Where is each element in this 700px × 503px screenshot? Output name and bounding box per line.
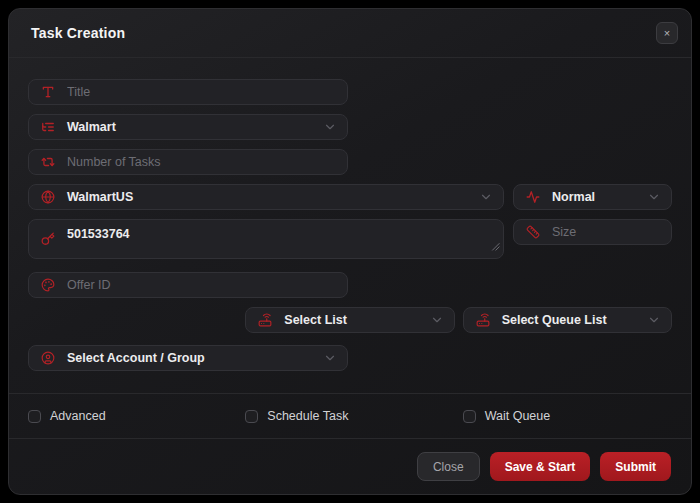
repeat-icon — [41, 155, 55, 169]
account-group-value: Select Account / Group — [67, 351, 205, 365]
spacer — [28, 307, 237, 333]
schedule-task-checkbox[interactable] — [245, 410, 258, 423]
category-select[interactable]: Walmart — [28, 114, 348, 140]
router-icon — [258, 313, 272, 327]
account-group-select[interactable]: Select Account / Group — [28, 345, 348, 371]
globe-icon — [41, 190, 55, 204]
type-icon — [41, 85, 55, 99]
options-row: Advanced Schedule Task Wait Queue — [9, 394, 691, 439]
site-select[interactable]: WalmartUS — [28, 184, 504, 210]
number-of-tasks-field[interactable] — [28, 149, 348, 175]
close-button[interactable]: × — [656, 22, 678, 44]
save-and-start-button[interactable]: Save & Start — [490, 452, 591, 481]
mode-select[interactable]: Normal — [513, 184, 672, 210]
chevron-down-icon — [323, 351, 337, 365]
chevron-down-icon — [647, 313, 661, 327]
advanced-checkbox[interactable] — [28, 410, 41, 423]
router-icon — [476, 313, 490, 327]
ruler-icon — [526, 225, 540, 239]
resize-handle-icon[interactable] — [490, 237, 500, 255]
select-queue-list-dropdown[interactable]: Select Queue List — [463, 307, 672, 333]
title-field[interactable] — [28, 79, 348, 105]
wait-queue-option[interactable]: Wait Queue — [463, 409, 672, 423]
schedule-task-option[interactable]: Schedule Task — [245, 409, 454, 423]
key-icon — [41, 232, 55, 246]
advanced-label: Advanced — [50, 409, 106, 423]
mode-value: Normal — [552, 190, 595, 204]
chevron-down-icon — [323, 120, 337, 134]
select-list-dropdown[interactable]: Select List — [245, 307, 454, 333]
user-circle-icon — [41, 351, 55, 365]
palette-icon — [41, 278, 55, 292]
product-input-textarea[interactable]: 501533764 — [67, 220, 497, 258]
category-value: Walmart — [67, 120, 116, 134]
list-tree-icon — [41, 120, 55, 134]
offer-id-input[interactable] — [67, 278, 337, 292]
task-form: Walmart WalmartUS — [9, 58, 691, 394]
close-footer-button[interactable]: Close — [417, 452, 480, 481]
select-queue-list-value: Select Queue List — [502, 313, 607, 327]
submit-button[interactable]: Submit — [600, 452, 671, 481]
modal-header: Task Creation × — [9, 9, 691, 58]
site-value: WalmartUS — [67, 190, 133, 204]
product-input-field[interactable]: 501533764 — [28, 219, 504, 259]
offer-id-field[interactable] — [28, 272, 348, 298]
activity-icon — [526, 190, 540, 204]
close-icon: × — [664, 28, 670, 39]
chevron-down-icon — [430, 313, 444, 327]
task-creation-modal: Task Creation × Walmart — [8, 8, 692, 495]
number-of-tasks-input[interactable] — [67, 155, 337, 169]
title-input[interactable] — [67, 85, 337, 99]
size-input[interactable] — [552, 225, 661, 239]
chevron-down-icon — [479, 190, 493, 204]
modal-footer: Close Save & Start Submit — [9, 439, 691, 494]
chevron-down-icon — [647, 190, 661, 204]
advanced-option[interactable]: Advanced — [28, 409, 237, 423]
page-title: Task Creation — [31, 25, 125, 41]
size-field[interactable] — [513, 219, 672, 245]
wait-queue-checkbox[interactable] — [463, 410, 476, 423]
select-list-value: Select List — [284, 313, 347, 327]
wait-queue-label: Wait Queue — [485, 409, 551, 423]
schedule-task-label: Schedule Task — [267, 409, 348, 423]
